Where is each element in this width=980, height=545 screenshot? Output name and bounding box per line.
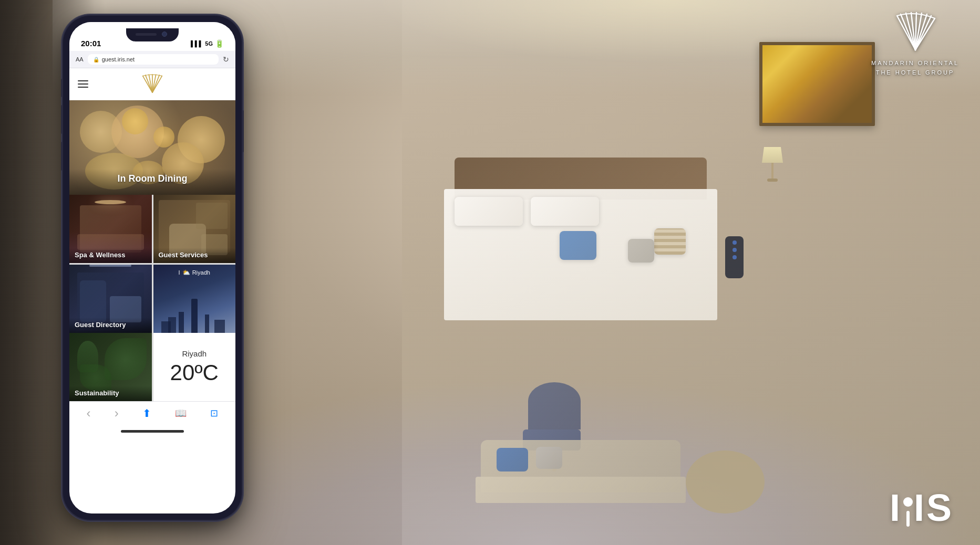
riyadh-i-icon: I [179, 269, 180, 276]
browser-url-bar[interactable]: 🔒 guest.iris.net [88, 54, 219, 65]
hamburger-line-2 [78, 83, 88, 85]
forward-button[interactable]: › [115, 406, 119, 421]
pillow-striped [654, 228, 686, 255]
url-text: guest.iris.net [102, 56, 135, 62]
room-lamp [765, 147, 780, 184]
mandarin-logo-text-line1: MANDARIN ORIENTAL [871, 59, 959, 68]
sofa-area [455, 398, 770, 545]
smart-control-panel[interactable] [725, 236, 744, 278]
phone-mute-button [61, 79, 63, 97]
network-label: 5G [205, 40, 213, 47]
guest-services-label: Guest Services [153, 248, 236, 263]
building-5 [214, 320, 225, 333]
svg-point-9 [903, 497, 913, 507]
sofa-pillow-neutral [536, 447, 562, 469]
guest-services-card[interactable]: Guest Services [153, 195, 236, 263]
riyadh-cloud-icon: ⛅ [182, 269, 190, 276]
signal-icon: ▌▌▌ [191, 40, 203, 47]
gd-chair [80, 280, 106, 322]
bed-area [444, 158, 733, 368]
pillow-1 [455, 197, 523, 226]
kingdom-tower [191, 299, 198, 333]
panel-dot-2 [733, 248, 737, 252]
home-indicator [69, 427, 235, 436]
wall-art-frame [759, 42, 875, 126]
reload-button[interactable]: ↻ [223, 55, 229, 64]
battery-icon: 🔋 [215, 39, 224, 48]
sofa-seat [476, 477, 686, 503]
hotel-logo [139, 74, 166, 95]
mandarin-logo-text-line2: THE HOTEL GROUP [871, 68, 959, 78]
svg-rect-10 [906, 511, 910, 527]
panel-dot-1 [733, 240, 737, 245]
phone-screen: 20:01 ▌▌▌ 5G 🔋 AA 🔒 guest.iris.net ↻ [69, 22, 235, 513]
browser-bottom-nav: ‹ › ⬆ 📖 ⊡ [69, 401, 235, 427]
svg-line-12 [146, 75, 152, 92]
browser-aa-button[interactable]: AA [76, 56, 84, 62]
lock-icon: 🔒 [93, 57, 99, 62]
share-button[interactable]: ⬆ [142, 407, 151, 420]
hamburger-menu-button[interactable] [78, 80, 88, 88]
riyadh-label-row: I ⛅ Riyadh [179, 269, 210, 276]
phone-camera [162, 32, 167, 37]
spa-wellness-card[interactable]: Spa & Wellness [69, 195, 152, 263]
weather-temperature: 20ºC [170, 360, 219, 385]
riyadh-city-label: Riyadh [192, 269, 210, 276]
bottom-row: Sustainability Riyadh 20ºC [69, 333, 235, 401]
lamp-foot [767, 179, 778, 182]
sustainability-card[interactable]: Sustainability [69, 333, 152, 401]
status-time: 20:01 [81, 39, 101, 48]
building-2 [179, 312, 184, 333]
wall-art-image [762, 45, 872, 123]
status-icons: ▌▌▌ 5G 🔋 [191, 39, 224, 48]
riyadh-bg: I ⛅ Riyadh [153, 265, 236, 333]
spa-wellness-label: Spa & Wellness [69, 248, 152, 263]
food-item-7 [153, 127, 174, 148]
gs-window [196, 203, 228, 229]
gd-ceiling-light [89, 265, 131, 267]
pillow-blue [560, 231, 596, 260]
in-room-dining-card[interactable]: In Room Dining [69, 100, 235, 195]
pillow-2 [531, 197, 599, 226]
riyadh-weather-card[interactable]: I ⛅ Riyadh [153, 265, 236, 333]
phone-volume-down-button [61, 142, 63, 171]
panel-dot-3 [733, 255, 737, 259]
browser-bar[interactable]: AA 🔒 guest.iris.net ↻ [69, 51, 235, 68]
bed-linen [444, 189, 717, 320]
phone-volume-up-button [61, 105, 63, 134]
guest-directory-label: Guest Directory [69, 318, 152, 333]
phone-notch [126, 28, 179, 41]
weather-widget[interactable]: Riyadh 20ºC [153, 333, 236, 401]
app-content: In Room Dining [69, 68, 235, 401]
guest-directory-card[interactable]: Guest Directory [69, 265, 152, 333]
sustainability-tree [77, 341, 98, 372]
phone-power-button [242, 110, 244, 152]
mandarin-oriental-logo: MANDARIN ORIENTAL THE HOTEL GROUP [871, 11, 959, 77]
hamburger-line-3 [78, 87, 88, 88]
app-header [69, 68, 235, 100]
coffee-table [686, 450, 765, 513]
iris-logo-text: I IS [890, 486, 954, 529]
pillow-grey [628, 239, 654, 263]
hero-title: In Room Dining [76, 173, 229, 188]
hamburger-line-1 [78, 80, 88, 81]
sustainability-label: Sustainability [69, 386, 152, 401]
bookmarks-button[interactable]: 📖 [175, 407, 187, 419]
spa-light [95, 200, 126, 204]
home-bar [121, 430, 184, 433]
sofa-pillow-blue [497, 448, 528, 471]
services-grid: Spa & Wellness Guest Services [69, 195, 235, 333]
phone-frame: 20:01 ▌▌▌ 5G 🔋 AA 🔒 guest.iris.net ↻ [63, 16, 242, 520]
food-item-6 [122, 108, 148, 134]
building-6 [161, 321, 171, 333]
phone-speaker [136, 33, 157, 36]
lamp-shade [762, 147, 783, 163]
tabs-button[interactable]: ⊡ [210, 407, 218, 419]
building-3 [205, 315, 209, 333]
back-button[interactable]: ‹ [87, 406, 91, 421]
mandarin-fan-icon [894, 11, 936, 53]
hero-overlay: In Room Dining [69, 169, 235, 195]
weather-city-name: Riyadh [182, 349, 207, 358]
lamp-base [771, 163, 773, 179]
iris-i-with-dot [902, 492, 914, 529]
